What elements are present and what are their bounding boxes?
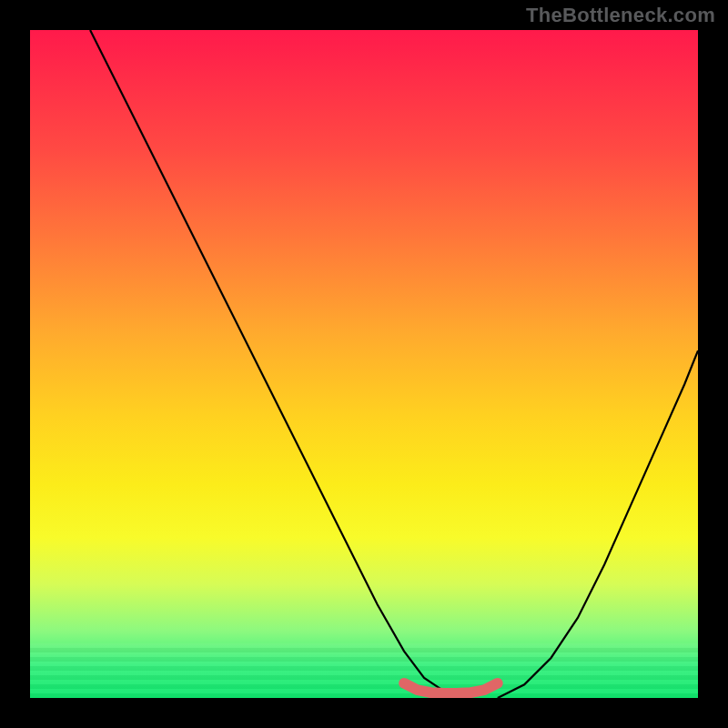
chart-frame: TheBottleneck.com: [0, 0, 728, 728]
plot-area: [30, 30, 698, 698]
chart-svg: [30, 30, 698, 698]
curve-left-path: [90, 30, 458, 698]
flat-marker-path: [404, 683, 498, 693]
watermark-text: TheBottleneck.com: [526, 4, 715, 27]
curve-right-path: [498, 350, 698, 698]
